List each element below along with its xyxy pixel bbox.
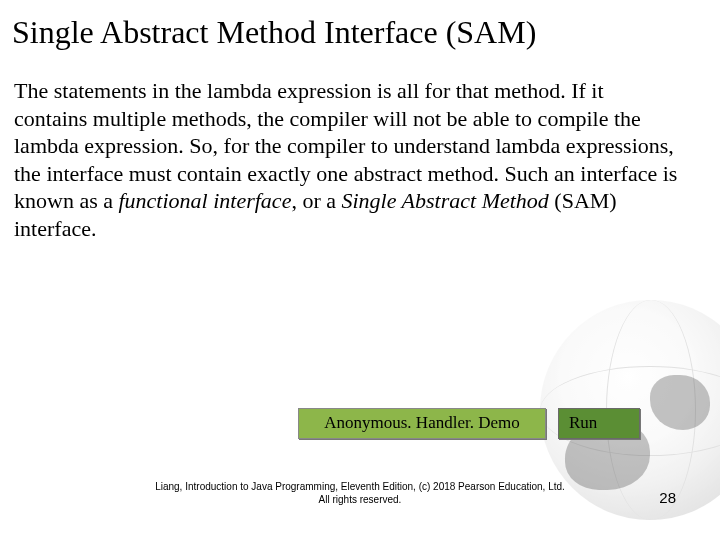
code-demo-button[interactable]: Anonymous. Handler. Demo: [298, 408, 546, 439]
body-emphasis: functional interface: [118, 188, 291, 213]
slide-title: Single Abstract Method Interface (SAM): [0, 0, 720, 51]
body-emphasis: Single Abstract Method: [341, 188, 548, 213]
footer-line: All rights reserved.: [0, 494, 720, 507]
body-text: , or a: [291, 188, 341, 213]
footer-line: Liang, Introduction to Java Programming,…: [0, 481, 720, 494]
slide-body: The statements in the lambda expression …: [0, 51, 700, 242]
button-row: Anonymous. Handler. Demo Run: [298, 408, 640, 439]
run-button[interactable]: Run: [558, 408, 640, 439]
copyright-footer: Liang, Introduction to Java Programming,…: [0, 481, 720, 506]
page-number: 28: [659, 489, 676, 506]
